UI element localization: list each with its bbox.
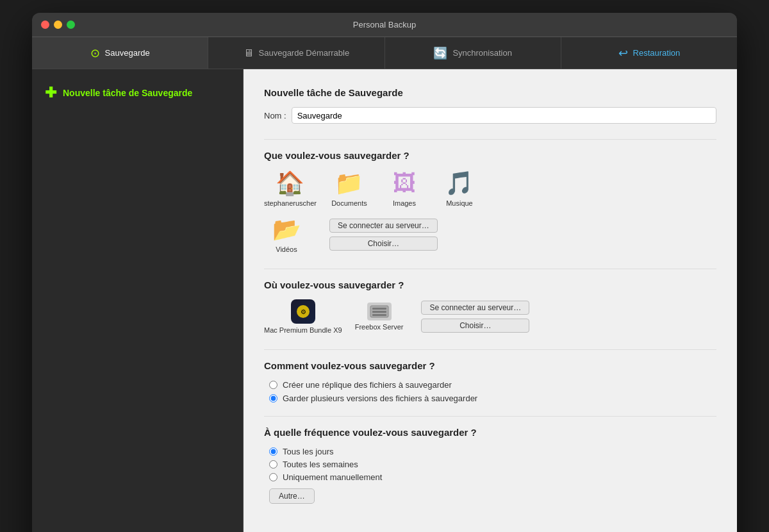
freq-daily-label: Tous les jours: [283, 447, 333, 456]
sidebar: ✚ Nouvelle tâche de Sauvegarde: [32, 69, 244, 532]
new-task-button[interactable]: ✚ Nouvelle tâche de Sauvegarde: [32, 76, 243, 110]
tab-sauvegarde-demarrable[interactable]: 🖥 Sauvegarde Démarrable: [208, 37, 384, 69]
freq-radio-manual[interactable]: [269, 473, 277, 481]
sync-icon: 🔄: [433, 46, 447, 60]
folder-docs-label: Documents: [331, 199, 367, 207]
folder-images-label: Images: [393, 199, 416, 207]
tab-demarrable-label: Sauvegarde Démarrable: [259, 48, 350, 58]
maximize-button[interactable]: [67, 21, 75, 29]
form-section-title: Nouvelle tâche de Sauvegarde: [264, 87, 716, 98]
how-section: Comment voulez-vous sauvegarder ? Créer …: [264, 360, 716, 403]
divider-1: [264, 139, 716, 140]
divider-2: [264, 269, 716, 269]
freebox-icon: [367, 303, 392, 320]
svg-rect-5: [372, 314, 386, 316]
folder-musique[interactable]: 🎵 Musique: [437, 170, 482, 207]
how-option-replique[interactable]: Créer une réplique des fichiers à sauveg…: [269, 380, 716, 390]
freq-radio-daily[interactable]: [269, 447, 277, 456]
tab-restauration[interactable]: ↩ Restauration: [561, 37, 737, 69]
svg-text:⚙: ⚙: [300, 308, 306, 315]
how-radio-replique[interactable]: [269, 381, 277, 389]
freq-option-weekly[interactable]: Toutes les semaines: [269, 460, 716, 469]
folder-documents[interactable]: 📁 Documents: [327, 170, 372, 207]
folder-music-label: Musique: [446, 199, 473, 207]
source-second-row: 📂 Vidéos Se connecter au serveur… Choisi…: [264, 216, 716, 253]
form-content: Nouvelle tâche de Sauvegarde Nom : Que v…: [244, 69, 737, 532]
dest-question: Où voulez-vous sauvegarder ?: [264, 279, 716, 290]
source-question: Que voulez-vous sauvegarder ?: [264, 150, 716, 161]
tab-sauvegarde-label: Sauvegarde: [105, 48, 150, 58]
svg-rect-4: [372, 311, 386, 313]
name-input[interactable]: [292, 107, 716, 124]
divider-3: [264, 349, 716, 350]
source-action-buttons: Se connecter au serveur… Choisir…: [329, 219, 438, 251]
svg-rect-3: [372, 308, 386, 310]
source-section: Que voulez-vous sauvegarder ? 🏠 stephane…: [264, 150, 716, 253]
minimize-button[interactable]: [54, 21, 62, 29]
home-folder-icon: 🏠: [276, 170, 304, 197]
dest-mac-label: Mac Premium Bundle X9: [264, 326, 342, 334]
tab-restauration-label: Restauration: [633, 48, 681, 58]
close-button[interactable]: [41, 21, 49, 29]
name-label: Nom :: [264, 111, 286, 121]
how-option-versions-label: Garder plusieurs versions des fichiers à…: [283, 394, 477, 403]
sauvegarde-icon: ⊙: [90, 46, 100, 60]
how-option-replique-label: Créer une réplique des fichiers à sauveg…: [283, 380, 452, 390]
folder-videos[interactable]: 📂 Vidéos: [264, 216, 309, 253]
mac-premium-icon: ⚙: [291, 299, 315, 324]
folder-images[interactable]: 🖼 Images: [382, 170, 427, 207]
divider-4: [264, 416, 716, 417]
freq-question: À quelle fréquence voulez-vous sauvegard…: [264, 427, 716, 438]
how-question: Comment voulez-vous sauvegarder ?: [264, 360, 716, 371]
folder-stephaneruscher[interactable]: 🏠 stephaneruscher: [264, 170, 317, 207]
freq-weekly-label: Toutes les semaines: [283, 460, 358, 469]
autre-button[interactable]: Autre…: [269, 488, 315, 504]
dest-action-buttons: Se connecter au serveur… Choisir…: [421, 301, 529, 333]
how-radio-versions[interactable]: [269, 394, 277, 403]
freq-option-daily[interactable]: Tous les jours: [269, 447, 716, 456]
tab-synchronisation[interactable]: 🔄 Synchronisation: [385, 37, 561, 69]
freq-radio-weekly[interactable]: [269, 460, 277, 469]
how-radio-group: Créer une réplique des fichiers à sauveg…: [269, 380, 716, 403]
folder-home-label: stephaneruscher: [264, 199, 317, 207]
dest-connect-server-button[interactable]: Se connecter au serveur…: [421, 301, 529, 315]
titlebar: Personal Backup: [32, 13, 737, 37]
dest-freebox-label: Freebox Server: [355, 323, 404, 331]
demarrable-icon: 🖥: [244, 47, 254, 59]
app-window: Personal Backup ⊙ Sauvegarde 🖥 Sauvegard…: [32, 13, 737, 532]
main-area: ✚ Nouvelle tâche de Sauvegarde Nouvelle …: [32, 69, 737, 532]
content-area: Nouvelle tâche de Sauvegarde Nom : Que v…: [244, 69, 737, 532]
restauration-icon: ↩: [618, 46, 628, 60]
how-option-versions[interactable]: Garder plusieurs versions des fichiers à…: [269, 394, 716, 403]
freq-section: À quelle fréquence voulez-vous sauvegard…: [264, 427, 716, 504]
plus-icon: ✚: [45, 85, 56, 101]
source-choose-button[interactable]: Choisir…: [329, 237, 438, 251]
tab-sauvegarde[interactable]: ⊙ Sauvegarde: [32, 37, 208, 69]
new-task-label: Nouvelle tâche de Sauvegarde: [63, 88, 192, 98]
window-controls: [41, 21, 75, 29]
name-row: Nom :: [264, 107, 716, 124]
tabbar: ⊙ Sauvegarde 🖥 Sauvegarde Démarrable 🔄 S…: [32, 37, 737, 69]
dest-section: Où voulez-vous sauvegarder ? ⚙ Mac Premi…: [264, 279, 716, 334]
source-connect-server-button[interactable]: Se connecter au serveur…: [329, 219, 438, 233]
dest-row: ⚙ Mac Premium Bundle X9: [264, 299, 716, 334]
dest-mac-premium[interactable]: ⚙ Mac Premium Bundle X9: [264, 299, 342, 334]
dest-choose-button[interactable]: Choisir…: [421, 319, 529, 333]
source-content: 🏠 stephaneruscher 📁 Documents 🖼: [264, 170, 716, 213]
dest-freebox[interactable]: Freebox Server: [355, 303, 404, 331]
freq-radio-group: Tous les jours Toutes les semaines Uniqu…: [269, 447, 716, 482]
docs-folder-icon: 📁: [335, 170, 363, 197]
folder-videos-label: Vidéos: [276, 245, 297, 253]
freq-manual-label: Uniquement manuellement: [283, 472, 382, 482]
folder-grid: 🏠 stephaneruscher 📁 Documents 🖼: [264, 170, 482, 207]
window-title: Personal Backup: [353, 20, 416, 29]
video-folder-icon: 📂: [272, 216, 301, 243]
tab-sync-label: Synchronisation: [452, 48, 512, 58]
freq-option-manual[interactable]: Uniquement manuellement: [269, 472, 716, 482]
images-folder-icon: 🖼: [393, 170, 416, 197]
music-folder-icon: 🎵: [445, 170, 474, 197]
